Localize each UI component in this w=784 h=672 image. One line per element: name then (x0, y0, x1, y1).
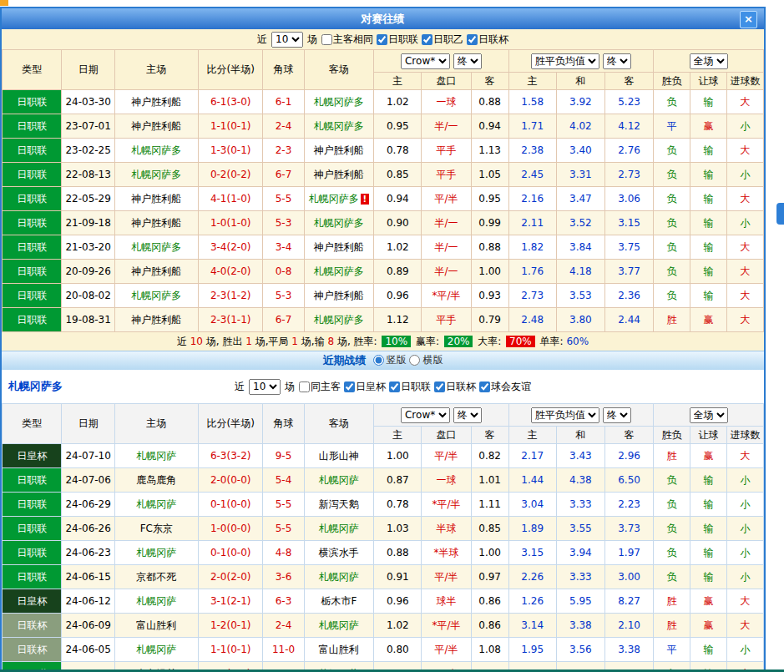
filter-checkbox-option[interactable]: 日联杯 (467, 33, 508, 47)
bookmaker-select[interactable]: Crow* (401, 407, 450, 423)
euro-odds-time-select[interactable]: 终 (603, 407, 631, 423)
asia-home-odds-cell: 0.78 (374, 493, 422, 517)
home-team-cell: 札幌冈萨多 (114, 163, 198, 187)
asian-odds-time-select[interactable]: 终 (453, 407, 482, 423)
result-cell: 负 (654, 284, 690, 308)
filter-checkbox[interactable] (299, 381, 310, 392)
euro-away-odds-cell: 3.15 (604, 211, 653, 235)
euro-away-odds-cell: 3.75 (604, 235, 653, 260)
corner-cell: 6-3 (263, 589, 304, 614)
away-team-cell: 横滨水手 (304, 541, 374, 565)
score-cell: 1-0(0-0) (198, 517, 263, 541)
euro-draw-odds-cell: 3.43 (556, 444, 604, 468)
summary-text: 1 (291, 336, 298, 347)
layout-option-vertical[interactable]: 竖版 (373, 353, 407, 367)
handicap-cell: 半/一 (422, 211, 471, 235)
games-label: 场 (307, 33, 317, 47)
filter-checkbox[interactable] (377, 34, 387, 45)
scrollbar-thumb[interactable] (776, 203, 784, 225)
handicap-cell: 平/半 (422, 444, 471, 468)
corner-cell: 6-7 (263, 163, 304, 187)
euro-odds-group-header: 胜平负均值 终 (508, 50, 654, 73)
league-type-cell: 日职联 (3, 235, 62, 260)
goals-result-cell: 大 (726, 260, 763, 284)
filter-checkbox-option[interactable]: 同主客 (299, 380, 341, 394)
match-row: 日皇杯24-06-12札幌冈萨3-1(2-1)6-3栃木市F0.96球半0.86… (3, 589, 764, 614)
euro-home-odds-cell: 3.14 (508, 614, 556, 638)
asia-home-odds-cell: 1.03 (374, 517, 422, 541)
filter-checkbox[interactable] (467, 34, 478, 45)
asia-away-odds-cell: 0.85 (471, 517, 508, 541)
euro-odds-time-select[interactable]: 终 (603, 53, 631, 69)
euro-draw-odds-cell: 5.95 (556, 589, 604, 614)
away-team-cell: 札幌冈萨多 (304, 114, 374, 139)
league-type-cell: 日职联 (3, 114, 62, 139)
asia-away-odds-cell: 0.79 (471, 308, 508, 332)
vertical-radio[interactable] (373, 355, 384, 366)
column-header-result: 胜负 (654, 427, 690, 444)
score-cell: 4-1(1-0) (198, 187, 263, 211)
euro-home-odds-cell: 2.45 (508, 163, 556, 187)
league-type-cell: 日皇杯 (3, 444, 62, 468)
layout-option-horizontal[interactable]: 横版 (409, 353, 443, 367)
filter-checkbox[interactable] (479, 381, 490, 392)
euro-home-odds-cell: 2.38 (508, 139, 556, 163)
handicap-cell: 平/半 (422, 565, 471, 589)
goals-result-cell: 大 (726, 90, 763, 114)
h2h-panel: 近 10 场 主客相同日职联日职乙日联杯 类型 日期 主场 比分(半场) 角球 … (2, 29, 764, 351)
handicap-result-cell: 输 (690, 638, 727, 662)
corner-cell: 5-5 (263, 187, 304, 211)
euro-odds-mode-select[interactable]: 胜平负均值 (531, 53, 599, 69)
filter-checkbox-option[interactable]: 日职联 (389, 380, 431, 394)
h2h-summary-bar: 近 10 场, 胜出 1 场,平局 1 场,输 8 场, 胜率: 10% 赢率:… (2, 332, 764, 351)
date-cell: 24-06-23 (62, 541, 114, 565)
recent-match-count-select[interactable]: 10 (249, 379, 281, 395)
filter-checkbox-label: 日皇杯 (356, 380, 386, 394)
euro-odds-mode-select[interactable]: 胜平负均值 (531, 407, 599, 423)
filter-checkbox-option[interactable]: 球会友谊 (479, 380, 531, 394)
corner-cell: 5-4 (263, 468, 304, 493)
goals-result-cell: 小 (726, 211, 763, 235)
filter-checkbox-option[interactable]: 主客相同 (321, 33, 373, 47)
score-cell: 3-4(2-0) (198, 235, 263, 260)
filter-checkbox[interactable] (389, 381, 400, 392)
date-cell: 24-07-06 (62, 468, 114, 493)
filter-checkbox[interactable] (434, 381, 445, 392)
close-icon[interactable]: × (740, 11, 757, 28)
match-scope-select[interactable]: 全场 (690, 407, 728, 423)
filter-checkbox-option[interactable]: 日皇杯 (344, 380, 386, 394)
goals-result-cell: 大 (726, 614, 763, 638)
euro-home-odds-cell: 1.71 (508, 114, 556, 139)
column-header-home: 主场 (114, 50, 198, 90)
home-team-cell: 札幌冈萨 (114, 589, 198, 614)
euro-home-odds-cell: 2.11 (508, 211, 556, 235)
asia-away-odds-cell: 0.82 (471, 444, 508, 468)
score-cell: 2-3(1-2) (198, 284, 263, 308)
date-cell: 22-05-29 (62, 187, 114, 211)
date-cell: 24-06-12 (62, 589, 114, 614)
filter-checkbox[interactable] (321, 34, 332, 45)
filter-checkbox[interactable] (344, 381, 355, 392)
horizontal-radio[interactable] (409, 355, 420, 366)
column-header-euro-draw: 和 (556, 427, 604, 444)
filter-checkbox-option[interactable]: 日职联 (377, 33, 418, 47)
goals-result-cell: 小 (726, 163, 763, 187)
result-cell: 胜 (654, 444, 690, 468)
bookmaker-select[interactable]: Crow* (401, 53, 450, 69)
league-type-cell: 日联杯 (3, 614, 62, 638)
corner-cell: 4-8 (263, 541, 304, 565)
match-scope-select[interactable]: 全场 (690, 53, 728, 69)
asian-odds-time-select[interactable]: 终 (453, 53, 482, 69)
handicap-cell: 平/半 (422, 638, 471, 662)
league-type-cell: 日职联 (3, 284, 62, 308)
home-team-cell: 札幌冈萨 (114, 444, 198, 468)
euro-away-odds-cell: 2.76 (604, 139, 653, 163)
recent-filter-bar: 近 10 场 同主客日皇杯日职联日联杯球会友谊 (235, 376, 531, 397)
date-cell: 24-06-29 (62, 493, 114, 517)
h2h-match-count-select[interactable]: 10 (271, 32, 303, 48)
filter-checkbox-option[interactable]: 日职乙 (422, 33, 463, 47)
corner-cell: 2-4 (263, 114, 304, 139)
score-cell: 3-1(2-1) (198, 589, 263, 614)
filter-checkbox[interactable] (422, 34, 432, 45)
filter-checkbox-option[interactable]: 日联杯 (434, 380, 476, 394)
